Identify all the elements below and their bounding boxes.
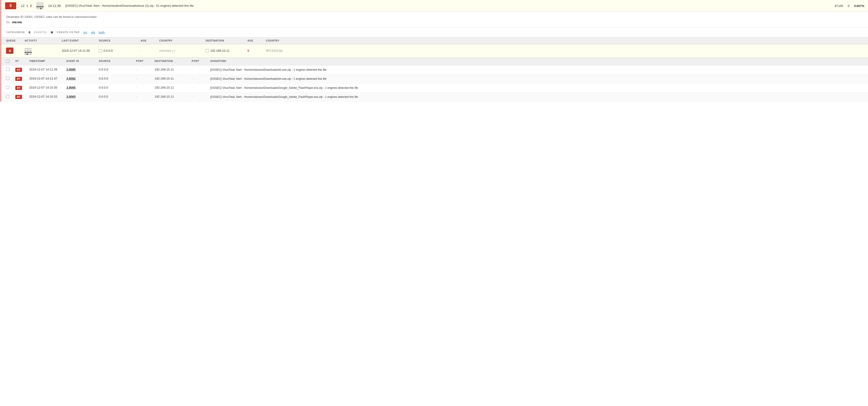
col-country: COUNTRY — [158, 39, 205, 42]
generator-text: Generator ID 10001. OSSEC rules can be f… — [6, 14, 863, 20]
create-filter-label: CREATE FILTER — [57, 31, 80, 34]
alert-id-badge: 5 — [5, 2, 16, 9]
ev-col-source: SOURCE — [98, 60, 135, 63]
ev-dest-port-cell: - — [191, 95, 209, 98]
comment-icon[interactable]: ■ — [51, 30, 53, 35]
col-dest-country: COUNTRY — [265, 39, 302, 42]
ev-timestamp-cell: 2019-12-07 14:10:33 — [28, 95, 65, 98]
source-ip: 0.0.0.0 — [103, 49, 113, 53]
ev-signature-cell: [OSSEC] VirusTotal: Alert - /home/osboxe… — [209, 77, 864, 81]
ev-row-checkbox[interactable] — [6, 86, 9, 89]
ev-event-id-cell: 3.9085 — [65, 68, 98, 71]
main-container: 5 12 1 2 14:11:39 [OSSEC] VirusTotal: Al… — [0, 0, 868, 102]
file-info: file: n/a:n/a — [6, 20, 863, 25]
ev-dest-cell: 192.168.10.11 — [154, 68, 191, 71]
events-label: EVENT(S) — [34, 31, 47, 34]
alert-time: 14:11:39 — [48, 4, 61, 8]
ev-signature-cell: [OSSEC] VirusTotal: Alert - /home/osboxe… — [209, 86, 864, 90]
src-filter-link[interactable]: src — [83, 31, 87, 34]
ev-col-st: ST — [14, 60, 28, 63]
ev-dest-cell: 192.168.10.11 — [154, 77, 191, 80]
ev-port-cell: - — [135, 86, 154, 89]
ev-source-cell: 0.0.0.0 — [98, 68, 135, 71]
file-value: n/a:n/a — [12, 21, 22, 24]
dst-filter-link[interactable]: dst — [91, 31, 95, 34]
rt-badge: RT — [15, 95, 22, 99]
dest-checkbox[interactable] — [206, 49, 209, 53]
col-activity: ACTIVITY — [24, 39, 61, 42]
ev-header-checkbox[interactable] — [6, 60, 9, 63]
ev-row-checkbox[interactable] — [6, 95, 9, 98]
ev-col-event-id: EVENT ID — [65, 60, 98, 63]
file-label: file: — [6, 21, 10, 24]
grid-activity-icon — [36, 2, 43, 9]
ev-source-cell: 0.0.0.0 — [98, 86, 135, 89]
ev-st-cell: RT — [14, 86, 28, 90]
event-id-link[interactable]: 3.9065 — [66, 95, 76, 98]
source-cell: 0.0.0.0 — [98, 49, 140, 53]
ev-col-destination: DESTINATION — [154, 60, 191, 63]
col-age: AGE — [140, 39, 158, 42]
ev-checkbox-cell — [5, 68, 14, 72]
count1: 12 — [21, 4, 25, 8]
alert-counts: 12 1 2 — [21, 4, 32, 8]
ev-col-timestamp: TIMESTAMP — [28, 60, 65, 63]
ev-port-cell: - — [135, 95, 154, 98]
alert-zero: 0 — [848, 4, 849, 8]
rt-badge: RT — [15, 68, 22, 72]
event-id-link[interactable]: 3.9085 — [66, 68, 76, 71]
ev-row-checkbox[interactable] — [6, 68, 9, 71]
ev-source-cell: 0.0.0.0 — [98, 95, 135, 98]
last-event-cell: 2019-12-07 14:11:39 — [61, 49, 98, 53]
ev-event-id-cell: 3.9082 — [65, 77, 98, 80]
events-count-badge: 0 — [29, 31, 30, 34]
rt-badge: RT — [15, 77, 22, 81]
ev-signature-cell: [OSSEC] VirusTotal: Alert - /home/osboxe… — [209, 68, 864, 72]
ev-port-cell: - — [135, 68, 154, 71]
ev-signature-cell: [OSSEC] VirusTotal: Alert - /home/osboxe… — [209, 95, 864, 99]
queue-badge: 4 — [6, 47, 13, 54]
col-dest-age: AGE — [246, 39, 265, 42]
col-destination: DESTINATION — [205, 39, 246, 42]
col-source: SOURCE — [98, 39, 140, 42]
source-checkbox[interactable] — [99, 49, 102, 53]
event-row: RT 2019-12-07 14:10:33 3.9065 0.0.0.0 - … — [1, 93, 868, 102]
ev-checkbox-cell — [5, 86, 14, 90]
country-cell: unknown (-) — [158, 49, 205, 53]
detail-row: Generator ID 10001. OSSEC rules can be f… — [1, 12, 868, 28]
ev-dest-port-cell: - — [191, 86, 209, 89]
ev-source-cell: 0.0.0.0 — [98, 77, 135, 80]
ev-col-signature: SIGNATURE — [209, 60, 864, 63]
ev-row-checkbox[interactable] — [6, 77, 9, 80]
action-row: CATEGORIZE 0 EVENT(S) ■ CREATE FILTER sr… — [1, 28, 868, 37]
dest-ip: 192.168.10.11 — [210, 49, 229, 53]
ev-checkbox-cell — [5, 95, 14, 99]
alert-percent: 0.607% — [854, 4, 864, 8]
ev-st-cell: RT — [14, 95, 28, 99]
ev-event-id-cell: 3.9065 — [65, 95, 98, 98]
ev-dest-port-cell: - — [191, 77, 209, 80]
ev-col-check — [5, 60, 14, 63]
ev-dest-cell: 192.168.10.11 — [154, 95, 191, 98]
ev-st-cell: RT — [14, 77, 28, 81]
ev-col-dest-port: PORT — [191, 60, 209, 63]
ev-event-id-cell: 3.9066 — [65, 86, 98, 89]
event-id-link[interactable]: 3.9082 — [66, 77, 76, 80]
count2: 1 — [27, 4, 28, 8]
event-id-link[interactable]: 3.9066 — [66, 86, 76, 89]
main-data-row: 4 2019-12-07 14:11:39 0.0.0.0 - unknown … — [1, 44, 868, 58]
event-row: RT 2019-12-07 14:10:35 3.9066 0.0.0.0 - … — [1, 83, 868, 93]
alert-message: [OSSEC] VirusTotal: Alert - /home/studen… — [65, 4, 830, 8]
ev-dest-cell: 192.168.10.11 — [154, 86, 191, 89]
events-header: ST TIMESTAMP EVENT ID SOURCE PORT DESTIN… — [1, 58, 868, 65]
count3: 2 — [30, 4, 32, 8]
age-cell: - — [140, 49, 158, 53]
both-filter-link[interactable]: both — [99, 31, 105, 34]
event-row: RT 2019-12-07 14:11:39 3.9085 0.0.0.0 - … — [1, 65, 868, 74]
ev-col-port: PORT — [135, 60, 154, 63]
dest-age-cell: 5 — [246, 49, 265, 53]
activity-grid — [36, 2, 43, 9]
dest-cell: 192.168.10.11 — [205, 49, 246, 53]
country-unknown: unknown (-) — [159, 49, 175, 53]
alert-number: 87105 — [835, 4, 843, 8]
